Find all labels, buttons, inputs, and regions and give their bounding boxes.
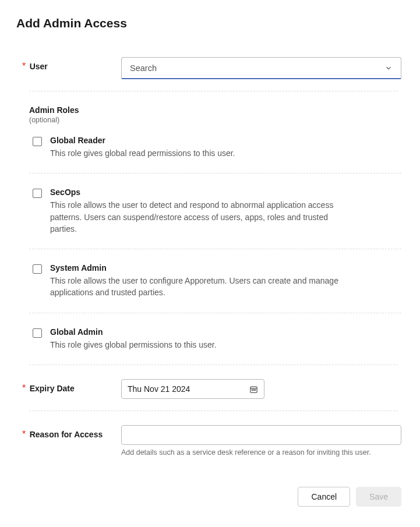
user-select-placeholder: Search [130,63,157,73]
role-item-global-reader: Global Reader This role gives global rea… [29,135,401,160]
role-name: System Admin [50,263,353,273]
calendar-icon [249,385,258,394]
page-title: Add Admin Access [16,16,404,30]
add-admin-access-modal: Add Admin Access * User Search Admin Rol… [0,0,420,527]
required-indicator: * [22,429,26,439]
role-description: This role gives global read permissions … [50,147,353,159]
reason-helper-text: Add details such as a service desk refer… [121,448,401,457]
expiry-date-input[interactable]: Thu Nov 21 2024 [121,379,264,399]
reason-field-row: * Reason for Access Add details such as … [16,425,404,457]
required-indicator: * [22,383,26,393]
roles-section-title: Admin Roles [29,105,401,115]
divider [29,249,401,249]
divider [29,91,398,91]
roles-optional-label: (optional) [29,116,401,124]
role-description: This role allows the user to configure A… [50,275,353,299]
reason-input[interactable] [121,425,401,445]
role-name: Global Reader [50,136,353,145]
divider [29,313,401,313]
divider [29,411,398,411]
expiry-date-value: Thu Nov 21 2024 [128,384,190,394]
user-label: User [30,62,48,71]
required-indicator: * [22,61,26,71]
user-select[interactable]: Search [121,57,401,79]
role-checkbox[interactable] [33,189,42,198]
expiry-field-row: * Expiry Date Thu Nov 21 2024 [16,379,404,399]
role-checkbox[interactable] [33,328,42,338]
role-checkbox[interactable] [33,137,42,146]
role-checkbox[interactable] [33,264,42,274]
user-field-row: * User Search [16,57,404,79]
svg-point-2 [252,390,252,390]
role-description: This role allows the user to detect and … [50,199,353,235]
admin-roles-section: Admin Roles (optional) Global Reader Thi… [16,105,404,352]
cancel-button[interactable]: Cancel [298,487,350,507]
role-item-secops: SecOps This role allows the user to dete… [29,186,401,236]
role-name: Global Admin [50,327,353,337]
divider [29,365,398,365]
expiry-label: Expiry Date [30,384,75,393]
role-item-global-admin: Global Admin This role gives global perm… [29,326,401,352]
svg-point-3 [253,390,254,390]
divider [29,173,401,174]
save-button[interactable]: Save [356,487,401,507]
reason-label: Reason for Access [30,430,103,439]
svg-point-4 [255,390,255,390]
role-item-system-admin: System Admin This role allows the user t… [29,262,401,300]
chevron-down-icon [384,64,393,72]
button-row: Cancel Save [16,487,404,507]
role-description: This role gives global permissions to th… [50,339,353,351]
role-name: SecOps [50,188,353,197]
